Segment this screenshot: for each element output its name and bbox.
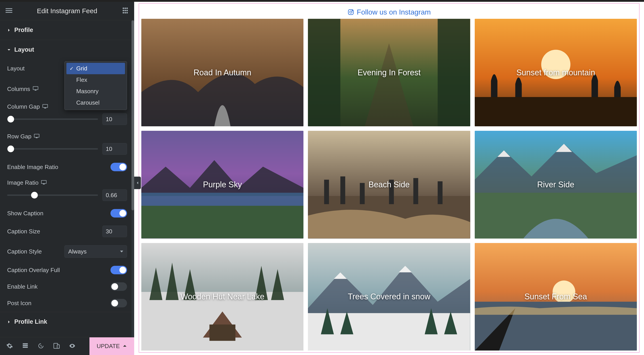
menu-icon[interactable] [4,6,14,16]
sidebar: Edit Instagram Feed Profile Layout [0,2,134,355]
svg-point-20 [350,11,352,13]
panel-footer: UPDATE [0,337,134,355]
section-title: Profile Link [14,318,47,325]
feed-card[interactable]: Purple Sky [141,131,304,238]
responsive-icon[interactable] [34,134,39,139]
label: Post Icon [7,300,31,307]
caption-size-input[interactable] [102,226,127,237]
preview-icon[interactable] [69,342,76,350]
card-caption: Purple Sky [141,131,304,238]
card-caption: River Side [475,131,637,238]
section-layout-header[interactable]: Layout [0,40,134,60]
enable-link-toggle[interactable] [110,282,127,291]
enable-image-ratio-toggle[interactable] [110,163,127,171]
svg-point-3 [122,10,124,12]
feed-card[interactable]: Sunset From Sea [475,243,637,350]
label: Layout [7,65,24,72]
control-caption-size: Caption Size [7,226,127,237]
settings-icon[interactable] [6,342,13,350]
row-gap-input[interactable] [102,143,127,155]
svg-rect-15 [41,180,46,184]
card-caption: Evening In Forest [308,19,470,126]
feed-card[interactable]: Beach Side [308,131,470,238]
responsive-icon[interactable] [41,180,46,186]
feed-card[interactable]: Trees Covered in snow [308,243,470,350]
card-caption: Sunset from mountain [475,19,637,126]
dropdown-option-carousel[interactable]: Carousel [66,97,125,108]
label: Caption Size [7,228,40,235]
svg-point-5 [126,10,128,12]
card-caption: Wooden Hut Near Lake [141,243,304,350]
collapse-panel-button[interactable] [134,176,141,189]
chevron-right-icon [7,318,12,325]
feed-card[interactable]: Sunset from mountain [475,19,637,126]
control-caption-overlay-full: Caption Overlay Full [7,266,127,274]
show-caption-toggle[interactable] [110,209,127,218]
feed-card[interactable]: Road In Autumn [141,19,304,126]
svg-point-8 [126,12,128,14]
label: Row Gap [7,133,31,140]
responsive-mode-icon[interactable] [53,342,60,350]
control-show-caption: Show Caption [7,209,127,218]
control-layout: Layout Grid Grid Flex Masonry Carousel [7,62,127,75]
update-button[interactable]: UPDATE [90,337,134,355]
feed-card[interactable]: Evening In Forest [308,19,470,126]
section-profile[interactable]: Profile [0,20,134,40]
panel-title: Edit Instagram Feed [37,7,97,15]
svg-rect-14 [36,138,38,138]
responsive-icon[interactable] [42,104,48,110]
control-image-ratio: Image Ratio [7,179,127,201]
preview-canvas: Follow us on Instagram Road In Autumn Ev… [134,2,644,355]
label: Column Gap [7,103,40,110]
label: Image Ratio [7,179,38,186]
card-caption: Trees Covered in snow [308,243,470,350]
svg-rect-18 [57,345,60,348]
card-caption: Road In Autumn [141,19,304,126]
follow-link[interactable]: Follow us on Instagram [141,5,637,19]
feed-grid: Road In Autumn Evening In Forest Sunset … [141,19,637,350]
section-title: Profile [14,26,33,34]
section-profile-link[interactable]: Profile Link [0,312,134,332]
control-enable-link: Enable Link [7,282,127,291]
feed-card[interactable]: Wooden Hut Near Lake [141,243,304,350]
control-caption-style: Caption Style Always [7,245,127,258]
section-title: Layout [14,46,34,53]
feed-card[interactable]: River Side [475,131,637,238]
svg-rect-13 [34,134,39,137]
svg-rect-10 [35,90,36,90]
image-ratio-input[interactable] [102,189,127,201]
control-enable-image-ratio: Enable Image Ratio [7,163,127,171]
label: Enable Link [7,283,38,290]
dropdown-option-masonry[interactable]: Masonry [66,86,125,97]
history-icon[interactable] [38,342,44,350]
dropdown-option-flex[interactable]: Flex [66,74,125,86]
chevron-up-icon [122,343,127,350]
responsive-icon[interactable] [33,86,38,92]
label: Caption Overlay Full [7,267,60,274]
svg-point-21 [352,10,353,11]
svg-point-6 [122,12,124,14]
dropdown-option-grid[interactable]: Grid [66,63,125,74]
control-post-icon: Post Icon [7,299,127,308]
label: Columns [7,86,30,92]
caption-overlay-full-toggle[interactable] [110,266,127,274]
label: Enable Image Ratio [7,164,58,170]
chevron-right-icon [7,26,12,34]
svg-point-0 [122,8,124,9]
image-ratio-slider[interactable] [7,194,98,196]
svg-point-7 [124,12,126,14]
svg-rect-9 [33,86,38,90]
label: Show Caption [7,210,44,217]
row-gap-slider[interactable] [7,148,98,150]
drag-handle-icon[interactable] [121,6,130,16]
column-gap-input[interactable] [102,113,127,125]
instagram-icon [348,9,354,16]
column-gap-slider[interactable] [7,118,98,120]
caption-style-select[interactable]: Always [64,245,127,258]
scrollbar-thumb[interactable] [132,20,134,210]
svg-point-1 [124,8,126,9]
card-caption: Sunset From Sea [475,243,637,350]
navigator-icon[interactable] [22,342,28,350]
post-icon-toggle[interactable] [110,299,127,308]
layout-dropdown-menu: Grid Flex Masonry Carousel [64,61,127,110]
